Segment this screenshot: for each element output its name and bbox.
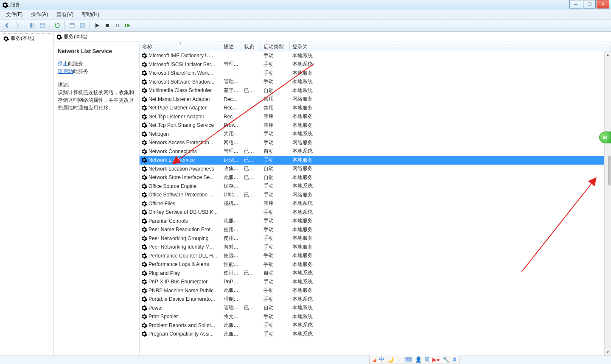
column-header-desc[interactable]: 描述	[221, 42, 241, 51]
service-row[interactable]: OnKey Service of DB USB K...手动本地系统	[140, 208, 604, 217]
service-start-type: 手动	[261, 157, 290, 164]
ime-simp-trad-toggle[interactable]: 简	[424, 356, 430, 363]
toolbar-separator	[25, 21, 25, 30]
list-rows[interactable]: Microsoft IME Dictionary U...手动本地系统Micro…	[140, 51, 604, 356]
service-start-type: 自动	[261, 87, 290, 94]
service-row[interactable]: Problem Reports and Soluti...此服...手动本地系统	[140, 321, 604, 330]
ime-lang-toggle[interactable]: 中	[379, 356, 384, 363]
service-row[interactable]: Portable Device Enumerato...强制...手动本地系统	[140, 295, 604, 304]
service-row[interactable]: Network Location Awareness收集...已启动自动网络服务	[140, 165, 604, 174]
ime-keyboard-icon[interactable]: ⌨	[404, 356, 412, 363]
ime-rec-icon[interactable]: ▶●	[432, 356, 440, 363]
service-row[interactable]: Net.Pipe Listener AdapterRece...禁用本地服务	[140, 104, 604, 112]
ime-toolbar[interactable]: ◢ 中 🌙 ， ⌨ 👤 简 ▶● 🔧 ⚙	[369, 355, 460, 364]
service-row[interactable]: Network Connections管理...已启动自动本地系统	[140, 147, 604, 156]
service-row[interactable]: Microsoft iSCSI Initiator Ser...管理...手动本…	[140, 60, 604, 69]
service-row[interactable]: Plug and Play使计...已启动自动本地系统	[140, 269, 604, 278]
forward-button[interactable]	[13, 21, 22, 30]
service-logon: 本地服务	[290, 157, 320, 164]
service-row[interactable]: Net.Tcp Listener AdapterRece...禁用本地服务	[140, 112, 604, 121]
service-row[interactable]: Office Source Engine保存...手动本地系统	[140, 182, 604, 191]
ime-settings-icon[interactable]: ⚙	[452, 356, 457, 363]
ime-comma-icon[interactable]: ，	[396, 356, 402, 363]
ime-contact-icon[interactable]: 👤	[415, 356, 422, 363]
toolbar-separator	[64, 21, 65, 30]
window-title: 服务	[10, 1, 20, 8]
service-logon: 本地系统	[290, 78, 320, 85]
scroll-up-button[interactable]: ▲	[605, 51, 611, 58]
scroll-down-button[interactable]: ▼	[605, 349, 611, 356]
maximize-button[interactable]: ❐	[583, 0, 596, 8]
stop-service-button[interactable]	[103, 21, 112, 30]
service-name: Network Access Protection ...	[149, 140, 215, 146]
service-row[interactable]: Microsoft SharePoint Work...手动本地服务	[140, 69, 604, 78]
service-row[interactable]: Netlogon为用...手动本地系统	[140, 130, 604, 139]
menu-help[interactable]: 帮助(H)	[78, 11, 104, 18]
column-header-status[interactable]: 状态	[241, 42, 261, 51]
service-row[interactable]: Peer Networking Grouping使用...手动本地服务	[140, 234, 604, 243]
minimize-button[interactable]: ─	[569, 0, 582, 8]
gear-icon	[141, 122, 147, 128]
menu-view[interactable]: 查看(V)	[52, 11, 78, 18]
service-row[interactable]: Print Spooler将文...手动本地系统	[140, 312, 604, 321]
service-row[interactable]: Microsoft Software Shadow...管理...手动本地系统	[140, 78, 604, 87]
column-header-logon[interactable]: 登录为	[290, 42, 611, 51]
tree-root-item[interactable]: 服务(本地)	[2, 34, 51, 43]
column-header-name[interactable]: 名称	[140, 42, 221, 51]
stop-service-link[interactable]: 停止	[58, 61, 68, 67]
service-desc: 此服...	[221, 322, 241, 329]
service-logon: 网络服务	[290, 191, 320, 199]
service-logon: 本地服务	[290, 70, 320, 77]
export-button[interactable]	[38, 21, 47, 30]
ime-logo-icon[interactable]: ◢	[372, 356, 376, 363]
gear-icon	[141, 235, 147, 241]
service-row[interactable]: PnP-X IP Bus EnumeratorPnP-...手动本地系统	[140, 277, 604, 286]
service-row[interactable]: Net.Tcp Port Sharing ServiceProv...禁用本地服…	[140, 121, 604, 130]
service-row[interactable]: PNRP Machine Name Public...此服...手动本地服务	[140, 286, 604, 295]
service-row[interactable]: Power管理...已启动自动本地系统	[140, 304, 604, 313]
back-button[interactable]	[3, 21, 12, 30]
app-icon	[2, 2, 8, 8]
result-header: 服务(本地)	[53, 32, 611, 42]
refresh-button[interactable]	[53, 21, 62, 30]
gear-icon	[141, 279, 147, 285]
service-row[interactable]: Network List Service识别...已启动手动本地服务	[140, 156, 604, 165]
ime-punct-icon[interactable]: 🌙	[387, 356, 394, 363]
side-badge[interactable]: 53	[599, 132, 611, 143]
service-start-type: 手动	[261, 209, 290, 216]
restart-service-button[interactable]	[123, 21, 132, 30]
service-start-type: 禁用	[261, 200, 290, 207]
console-tree[interactable]: 服务(本地)	[0, 32, 53, 356]
service-row[interactable]: Parental Controls此服...手动本地服务	[140, 217, 604, 226]
service-row[interactable]: Offline Files脱机...禁用本地系统	[140, 199, 604, 208]
service-row[interactable]: Program Compatibility Assi...此服...手动本地系统	[140, 330, 604, 339]
close-button[interactable]: ✕	[597, 0, 609, 8]
vertical-scrollbar[interactable]: ▲ ▼	[604, 51, 611, 356]
show-hide-tree-button[interactable]	[28, 21, 37, 30]
service-start-type: 手动	[261, 217, 290, 224]
start-service-button[interactable]	[92, 21, 102, 30]
service-name: Microsoft Software Shadow...	[149, 79, 214, 85]
service-row[interactable]: Multimedia Class Scheduler基于...已启动自动本地系统	[140, 86, 604, 95]
menu-action[interactable]: 操作(A)	[27, 11, 52, 18]
scroll-thumb[interactable]	[608, 156, 611, 185]
restart-service-link[interactable]: 重启动	[58, 68, 73, 74]
service-row[interactable]: Net.Msmq Listener AdapterRece...禁用网络服务	[140, 95, 604, 104]
service-row[interactable]: Microsoft IME Dictionary U...手动本地系统	[140, 51, 604, 60]
svg-rect-9	[118, 24, 119, 27]
gear-icon	[141, 322, 147, 328]
service-row[interactable]: Peer Networking Identity M...向对...手动本地服务	[140, 243, 604, 252]
service-row[interactable]: Performance Logs & Alerts性能...手动本地服务	[140, 260, 604, 269]
column-header-start[interactable]: 启动类型	[261, 42, 290, 51]
service-row[interactable]: Office Software Protection ...Offic...已启…	[140, 190, 604, 199]
service-row[interactable]: Network Access Protection ...网络...手动网络服务	[140, 138, 604, 147]
properties-button[interactable]	[67, 21, 77, 30]
service-row[interactable]: Performance Counter DLL H...使远...手动本地服务	[140, 252, 604, 260]
service-desc: 使计...	[221, 269, 241, 277]
service-row[interactable]: Network Store Interface Se...此服...已启动自动本…	[140, 173, 604, 182]
menu-file[interactable]: 文件(F)	[2, 11, 27, 18]
ime-tool-icon[interactable]: 🔧	[443, 356, 449, 363]
service-row[interactable]: Peer Name Resolution Prot...使用...手动本地服务	[140, 225, 604, 234]
pause-service-button[interactable]	[113, 21, 122, 30]
help-button[interactable]: ?	[78, 21, 87, 30]
